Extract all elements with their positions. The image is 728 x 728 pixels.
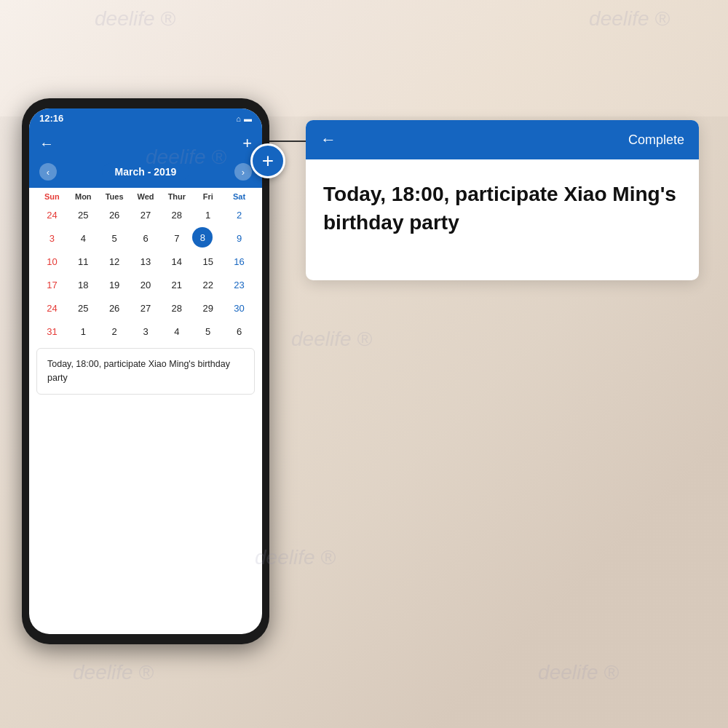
calendar-cell[interactable]: 7 bbox=[161, 227, 192, 249]
calendar-cell[interactable]: 25 bbox=[68, 297, 99, 319]
calendar-cell[interactable]: 14 bbox=[161, 250, 192, 272]
bluetooth-icon: ⌂ bbox=[236, 114, 241, 123]
calendar-days-header: Sun Mon Tues Wed Thur Fri Sat bbox=[36, 188, 255, 204]
calendar-cell[interactable]: 24 bbox=[36, 297, 68, 319]
calendar-cell[interactable]: 10 bbox=[36, 250, 68, 272]
calendar-cell[interactable]: 5 bbox=[99, 227, 130, 249]
prev-month-button[interactable]: ‹ bbox=[39, 163, 57, 181]
calendar-cell[interactable]: 6 bbox=[223, 320, 255, 342]
calendar-cell[interactable]: 25 bbox=[68, 204, 99, 226]
phone-memo-box: Today, 18:00, participate Xiao Ming's bi… bbox=[36, 348, 255, 395]
status-time: 12:16 bbox=[39, 113, 63, 124]
calendar-cell[interactable]: 20 bbox=[130, 274, 162, 296]
calendar-cell[interactable]: 2 bbox=[223, 204, 255, 226]
calendar-cell[interactable]: 13 bbox=[130, 250, 162, 272]
month-label: March - 2019 bbox=[102, 163, 190, 181]
calendar-cell[interactable]: 23 bbox=[223, 274, 255, 296]
phone-screen: 12:16 ⌂ ▬ ← + ‹ March - 2019 bbox=[29, 108, 262, 634]
battery-icon: ▬ bbox=[244, 114, 252, 123]
calendar-cell[interactable]: 31 bbox=[36, 320, 68, 342]
phone-memo-text: Today, 18:00, participate Xiao Ming's bi… bbox=[47, 359, 230, 383]
calendar-cell[interactable]: 28 bbox=[161, 204, 192, 226]
calendar-cell[interactable]: 21 bbox=[161, 274, 192, 296]
day-header-tues: Tues bbox=[99, 192, 130, 201]
plus-circle-button[interactable]: + bbox=[250, 143, 285, 178]
plus-button-overlay[interactable]: + bbox=[250, 143, 285, 178]
complete-button[interactable]: Complete bbox=[628, 132, 684, 148]
calendar-cell[interactable]: 29 bbox=[192, 297, 223, 319]
calendar-cell[interactable]: 9 bbox=[223, 227, 255, 249]
calendar-cell[interactable]: 12 bbox=[99, 250, 130, 272]
calendar-cell[interactable]: 16 bbox=[223, 250, 255, 272]
calendar-cell[interactable]: 27 bbox=[130, 204, 162, 226]
calendar-grid: Sun Mon Tues Wed Thur Fri Sat 2425262728… bbox=[29, 188, 262, 342]
calendar-cell[interactable]: 1 bbox=[192, 204, 223, 226]
detail-card: ← Complete Today, 18:00, participate Xia… bbox=[306, 120, 699, 280]
day-header-fri: Fri bbox=[192, 192, 223, 201]
calendar-cell[interactable]: 18 bbox=[68, 274, 99, 296]
calendar-cell[interactable]: 3 bbox=[36, 227, 68, 249]
calendar-cell[interactable]: 4 bbox=[161, 320, 192, 342]
calendar-date-grid: 2425262728123456789101112131415161718192… bbox=[36, 204, 255, 342]
back-button[interactable]: ← bbox=[39, 135, 54, 152]
day-header-thur: Thur bbox=[161, 192, 192, 201]
detail-back-button[interactable]: ← bbox=[320, 130, 336, 149]
calendar-cell[interactable]: 8 bbox=[192, 227, 213, 248]
detail-card-header: ← Complete bbox=[306, 120, 699, 159]
calendar-cell[interactable]: 27 bbox=[130, 297, 162, 319]
calendar-cell[interactable]: 30 bbox=[223, 297, 255, 319]
calendar-cell[interactable]: 15 bbox=[192, 250, 223, 272]
calendar-cell[interactable]: 17 bbox=[36, 274, 68, 296]
month-navigation: ‹ March - 2019 › bbox=[29, 159, 262, 188]
day-header-sun: Sun bbox=[36, 192, 68, 201]
calendar-cell[interactable]: 28 bbox=[161, 297, 192, 319]
calendar-cell[interactable]: 22 bbox=[192, 274, 223, 296]
detail-card-text: Today, 18:00, participate Xiao Ming's bi… bbox=[323, 180, 681, 237]
calendar-cell[interactable]: 3 bbox=[130, 320, 162, 342]
day-header-sat: Sat bbox=[223, 192, 255, 201]
day-header-wed: Wed bbox=[130, 192, 162, 201]
day-header-mon: Mon bbox=[68, 192, 99, 201]
next-month-button[interactable]: › bbox=[234, 163, 252, 181]
status-bar: 12:16 ⌂ ▬ bbox=[29, 108, 262, 128]
calendar-cell[interactable]: 6 bbox=[130, 227, 162, 249]
calendar-cell[interactable]: 2 bbox=[99, 320, 130, 342]
status-icons: ⌂ ▬ bbox=[236, 114, 252, 123]
calendar-cell[interactable]: 19 bbox=[99, 274, 130, 296]
detail-card-body: Today, 18:00, participate Xiao Ming's bi… bbox=[306, 159, 699, 280]
calendar-cell[interactable]: 4 bbox=[68, 227, 99, 249]
calendar-cell[interactable]: 1 bbox=[68, 320, 99, 342]
calendar-cell[interactable]: 11 bbox=[68, 250, 99, 272]
calendar-cell[interactable]: 26 bbox=[99, 297, 130, 319]
calendar-cell[interactable]: 24 bbox=[36, 204, 68, 226]
phone-mockup: 12:16 ⌂ ▬ ← + ‹ March - 2019 bbox=[22, 98, 269, 644]
calendar-cell[interactable]: 5 bbox=[192, 320, 223, 342]
calendar-cell[interactable]: 26 bbox=[99, 204, 130, 226]
app-header: ← + bbox=[29, 128, 262, 159]
